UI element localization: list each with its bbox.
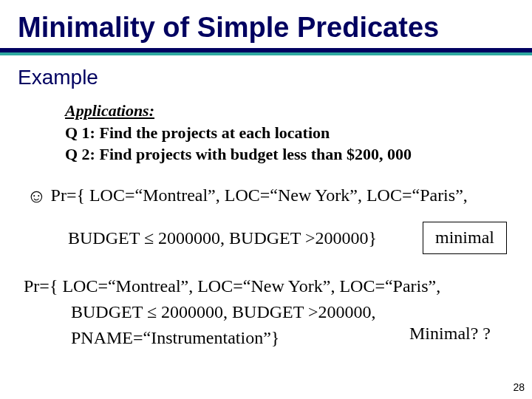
predicate-set-1: ☺ Pr={ LOC=“Montreal”, LOC=“New York”, L… [0, 166, 532, 251]
query-2: Q 2: Find projects with budget less than… [65, 143, 532, 166]
applications-block: Applications: Q 1: Find the projects at … [0, 89, 532, 166]
applications-header: Applications: [65, 100, 532, 122]
pr1-budget-text: BUDGET ≤ 2000000, BUDGET >200000} [68, 228, 377, 248]
slide-title: Minimality of Simple Predicates [0, 0, 532, 48]
page-number: 28 [513, 381, 525, 393]
slide: Minimality of Simple Predicates Example … [0, 0, 532, 399]
predicate-set-2: Pr={ LOC=“Montreal”, LOC=“New York”, LOC… [0, 251, 532, 350]
pr1-line1: Pr={ LOC=“Montreal”, LOC=“New York”, LOC… [47, 185, 468, 205]
minimal-badge: minimal [423, 222, 507, 254]
pr1-budget-row: BUDGET ≤ 2000000, BUDGET >200000} minima… [27, 226, 532, 251]
example-heading: Example [0, 55, 532, 89]
smile-icon: ☺ [27, 185, 47, 207]
query-1: Q 1: Find the projects at each location [65, 122, 532, 144]
minimal-question: Minimal? ? [409, 321, 491, 347]
pr2-line1: Pr={ LOC=“Montreal”, LOC=“New York”, LOC… [24, 276, 440, 296]
